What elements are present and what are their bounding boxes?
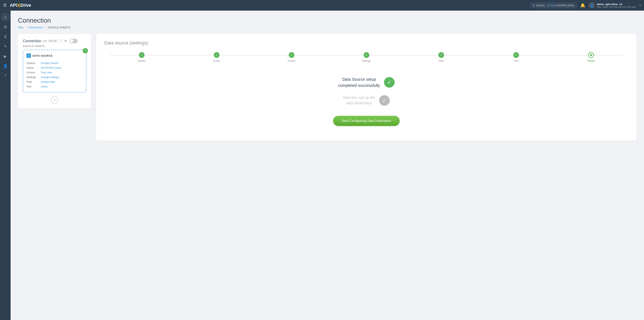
step-label-action: Action xyxy=(213,60,220,62)
step-label-filter: Filter xyxy=(438,60,444,62)
user-name-label: demo_apix-drive_s2 xyxy=(597,3,636,6)
sidebar-item-home[interactable]: ⌂ xyxy=(1,13,9,21)
toggle-switch[interactable] xyxy=(70,39,78,43)
sidebar-item-connections[interactable]: ⊞ xyxy=(1,23,9,31)
actions-count: 25'165 of 50'000 (50%) xyxy=(547,4,574,7)
table-row: Test check xyxy=(26,84,83,89)
user-info[interactable]: 👤 demo_apix-drive_s2 Plan | Start | left… xyxy=(588,2,641,9)
logo: APIXDrive xyxy=(10,2,31,9)
table-row: Settings change settings xyxy=(26,75,83,80)
success-text: Data Source setupcompleted successfully xyxy=(338,76,380,89)
step-action: ✓ Action xyxy=(179,52,254,62)
gear-icon[interactable]: ⚙ xyxy=(64,39,67,43)
user-plan-label: Plan | Start | left until payment 351 da… xyxy=(597,6,636,8)
step-access: ✓ Access xyxy=(254,52,329,62)
sidebar-item-help[interactable]: ? xyxy=(1,72,9,80)
step-test: ✓ Test xyxy=(479,52,554,62)
step-label-settings: Settings xyxy=(362,60,371,62)
breadcrumb: Main / Connections / GOOGLE SHEETS xyxy=(18,26,637,29)
source-check-badge: ✓ xyxy=(83,48,88,53)
add-button[interactable]: + xyxy=(51,96,58,104)
page-title: Connection xyxy=(18,17,637,24)
sidebar-item-briefcase[interactable]: ✎ xyxy=(1,42,9,51)
step-label-system: System xyxy=(138,60,146,62)
table-row: Filter change filter xyxy=(26,80,83,84)
step-bar: ✓ System ✓ Action ✓ Access ✓ Settings xyxy=(104,52,628,62)
sidebar-item-billing[interactable]: $ xyxy=(1,33,9,41)
step-system: ✓ System xyxy=(104,52,179,62)
step-label-finish: Finish xyxy=(588,60,594,62)
step-filter: ✓ Filter xyxy=(404,52,479,62)
main-content: Connection Main / Connections / GOOGLE S… xyxy=(10,11,644,320)
top-nav: ☰ APIXDrive ℹ Actions: 25'165 of 50'000 … xyxy=(0,0,644,11)
connection-title: Connection xyxy=(23,39,41,43)
datasource-title: Data source (settings) xyxy=(104,40,628,46)
sidebar-item-user[interactable]: 👤 xyxy=(1,62,9,70)
source-box: ✓ 1 DATA SOURCE System Google Sheets Act… xyxy=(23,50,86,93)
left-card: Connection (ID: 39318) 📄 ⚙ GOOGLE SHEETS… xyxy=(18,34,91,108)
breadcrumb-main[interactable]: Main xyxy=(18,26,24,29)
next-text: Now let's set up thedata destination xyxy=(343,95,375,106)
sidebar-item-video[interactable]: ▶ xyxy=(1,52,9,60)
step-label-test: Test xyxy=(514,60,518,62)
table-row: System Google Sheets xyxy=(26,61,83,66)
breadcrumb-connections[interactable]: Connections xyxy=(28,26,43,29)
info-table: System Google Sheets Action Get ROWS (ne… xyxy=(26,61,83,89)
source-number: 1 xyxy=(26,53,31,58)
hamburger-menu[interactable]: ☰ xyxy=(3,3,6,8)
avatar: 👤 xyxy=(588,2,595,9)
breadcrumb-current: GOOGLE SHEETS xyxy=(48,26,70,29)
start-configuring-button[interactable]: Start Configuring Data Destination xyxy=(333,116,400,126)
source-box-title: DATA SOURCE xyxy=(32,54,52,57)
notification-bell-icon[interactable]: 🔔 xyxy=(580,3,585,8)
chevron-down-icon: ▾ xyxy=(640,4,641,7)
success-area: Data Source setupcompleted successfully … xyxy=(104,72,628,134)
actions-badge: ℹ Actions: 25'165 of 50'000 (50%) xyxy=(530,2,577,9)
document-icon[interactable]: 📄 xyxy=(59,39,63,43)
table-row: Access Tina User xyxy=(26,70,83,75)
right-card: Data source (settings) ✓ System ✓ Action… xyxy=(96,34,637,141)
success-check-icon: ✓ xyxy=(384,77,394,88)
connection-id: (ID: 39318) xyxy=(43,39,57,43)
info-icon: ℹ xyxy=(533,4,534,7)
step-label-access: Access xyxy=(288,60,296,62)
service-label: GOOGLE SHEETS xyxy=(23,45,86,47)
actions-label: Actions: xyxy=(536,4,545,7)
step-finish: Finish xyxy=(554,52,628,62)
pending-check-icon: ✓ xyxy=(379,95,390,106)
table-row: Action Get ROWS (new) xyxy=(26,66,83,70)
sidebar: ⌂ ⊞ $ ✎ ▶ 👤 ? xyxy=(0,11,10,320)
step-settings: ✓ Settings xyxy=(329,52,404,62)
